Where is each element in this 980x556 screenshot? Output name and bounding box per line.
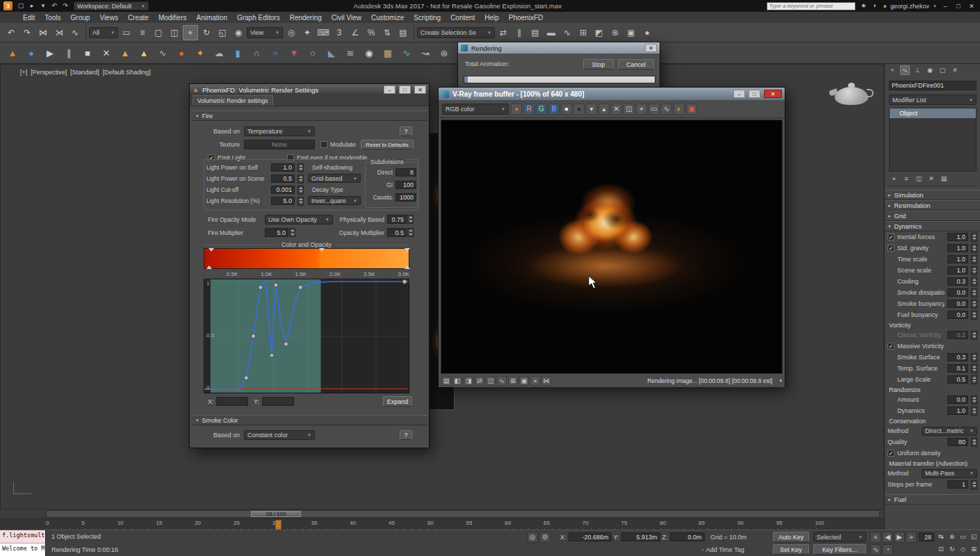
menu-item[interactable]: PhoenixFD: [504, 12, 548, 23]
object-name-field[interactable]: PhoenixFDFire001: [889, 81, 977, 90]
menu-item[interactable]: Create: [123, 12, 154, 23]
field-of-view-icon[interactable]: ◇: [958, 544, 968, 555]
parameter-spinner[interactable]: [971, 353, 977, 362]
new-scene-icon[interactable]: ▢: [16, 1, 26, 11]
selection-set-dropdown[interactable]: Selected▼: [813, 532, 866, 542]
close-button[interactable]: ✕: [967, 1, 977, 11]
smoke-color-rollout-header[interactable]: ▾ Smoke Color: [193, 415, 427, 425]
stop-button[interactable]: Stop: [583, 59, 614, 70]
search-input[interactable]: [767, 2, 856, 10]
use-pivot-center-icon[interactable]: ◎: [284, 25, 299, 40]
parameter-checkbox[interactable]: [888, 245, 895, 252]
turbulence-icon[interactable]: ∿: [398, 44, 415, 61]
curve-editor-icon[interactable]: ∿: [560, 25, 575, 40]
rendered-frame-window-icon[interactable]: ▣: [623, 25, 639, 40]
key-filters-button[interactable]: Key Filters...: [813, 544, 866, 555]
parameter-value[interactable]: 1.0: [271, 163, 295, 172]
rollout-fuel[interactable]: ▸Fuel: [885, 494, 980, 505]
hierarchy-tab-icon[interactable]: ⊥: [913, 65, 922, 75]
mist-preset-icon[interactable]: ≋: [342, 44, 359, 61]
parameter-value[interactable]: 1.0: [947, 244, 968, 252]
alpha-channel-icon[interactable]: ●: [561, 104, 572, 115]
gradient-marker[interactable]: [206, 265, 212, 269]
unlink-selection-icon[interactable]: ⋊: [51, 25, 67, 40]
percent-snap-icon[interactable]: %: [364, 25, 379, 40]
select-and-link-icon[interactable]: ⋈: [35, 25, 51, 40]
viewport-label-segment[interactable]: [+]: [20, 69, 27, 76]
decay-type-dropdown[interactable]: Inver...quare▼: [308, 196, 361, 205]
fireball-preset-icon[interactable]: ●: [173, 44, 190, 61]
viewport-label-segment[interactable]: [Standard]: [70, 69, 99, 76]
parameter-value[interactable]: 0.0: [947, 300, 968, 308]
parameter-value[interactable]: 1.0: [947, 233, 968, 241]
play-animation-icon[interactable]: ▶: [894, 532, 905, 543]
parameter-spinner[interactable]: [971, 288, 977, 297]
track-mouse-icon[interactable]: ⌖: [636, 104, 647, 115]
notifications-icon[interactable]: ◗: [870, 1, 880, 11]
select-and-move-icon[interactable]: ⌖: [183, 25, 198, 40]
material-editor-icon[interactable]: ◩: [591, 25, 607, 40]
cancel-button[interactable]: Cancel: [618, 59, 654, 70]
menu-item[interactable]: Modifiers: [154, 12, 192, 23]
display-tab-icon[interactable]: ▢: [938, 65, 947, 75]
make-unique-icon[interactable]: ◫: [914, 174, 924, 183]
window-crossing-toggle-icon[interactable]: ◫: [167, 25, 182, 40]
show-end-result-icon[interactable]: ≡: [901, 174, 911, 183]
current-frame-field[interactable]: [919, 532, 934, 541]
phoenix-minimize-button[interactable]: –: [384, 85, 395, 94]
select-by-name-icon[interactable]: ≡: [135, 25, 150, 40]
follow-path-icon[interactable]: ↝: [417, 44, 434, 61]
menu-item[interactable]: Tools: [40, 12, 65, 23]
parameter-value[interactable]: 0.0: [947, 288, 968, 297]
parameter-value[interactable]: 0.0: [947, 311, 968, 319]
fire-multiplier-spinner[interactable]: [289, 228, 295, 237]
fire-opacity-mode-dropdown[interactable]: Use Own Opacity▼: [265, 215, 333, 224]
vfb-history-icon[interactable]: ▤: [441, 376, 451, 386]
select-and-place-icon[interactable]: ◉: [231, 25, 246, 40]
parameter-value[interactable]: 100: [395, 181, 416, 189]
gradient-marker[interactable]: [405, 248, 410, 252]
menu-item[interactable]: Customize: [366, 12, 409, 23]
parameter-spinner[interactable]: [971, 331, 977, 340]
parameter-value[interactable]: 1.0: [947, 266, 968, 275]
parameter-value[interactable]: 0.0: [947, 395, 968, 404]
particle-tuner-icon[interactable]: ⊛: [436, 44, 452, 61]
phoenix-dialog-titlebar[interactable]: ▲ PhoenixFD: Volumetric Render Settings …: [190, 84, 429, 95]
parameter-spinner[interactable]: [971, 266, 977, 275]
parameter-spinner[interactable]: [971, 255, 977, 264]
tab-volumetric-render-settings[interactable]: Volumetric Render settings: [193, 95, 273, 106]
based-on-dropdown[interactable]: Temperature▼: [244, 126, 315, 136]
parameter-value[interactable]: 1.0: [947, 407, 968, 415]
region-render-icon[interactable]: ▭: [648, 104, 660, 115]
menu-item[interactable]: Rendering: [285, 12, 327, 23]
parameter-spinner[interactable]: [971, 311, 977, 320]
parameter-spinner[interactable]: [971, 244, 977, 253]
rollout-simulation[interactable]: ▸Simulation: [885, 190, 980, 200]
auto-key-button[interactable]: Auto Key: [773, 532, 809, 542]
phoenix-close-button[interactable]: ✕: [414, 85, 426, 94]
keyboard-shortcut-override-icon[interactable]: ⌨: [316, 25, 331, 40]
y-coordinate-field[interactable]: 5.913m: [621, 532, 660, 541]
render-dialog-close-button[interactable]: ✕: [645, 44, 657, 52]
maximize-viewport-icon[interactable]: ⊞: [969, 544, 979, 555]
color-correction-icon[interactable]: ◐: [673, 104, 685, 115]
menu-item[interactable]: Group: [66, 12, 95, 23]
parameter-spinner[interactable]: [297, 197, 304, 206]
vfb-maximize-button[interactable]: □: [749, 90, 760, 98]
phoenix-source-icon[interactable]: ◉: [361, 44, 377, 61]
rollout-dynamics[interactable]: ▾Dynamics: [885, 221, 980, 231]
modify-tab-icon[interactable]: ∿: [900, 65, 910, 75]
parameter-value[interactable]: 1.0: [947, 255, 968, 263]
gradient-marker[interactable]: [319, 248, 325, 252]
time-slider-track[interactable]: 28 / 100: [46, 510, 880, 518]
track-bar[interactable]: 0510152025303540455055606570758085909510…: [0, 518, 884, 530]
blue-channel-icon[interactable]: B: [548, 104, 560, 115]
parameter-value[interactable]: 0.001: [271, 186, 295, 194]
workspace-dropdown[interactable]: Workspace: Default▼: [74, 1, 149, 10]
parameter-spinner[interactable]: [971, 375, 977, 384]
go-to-end-icon[interactable]: »: [906, 532, 917, 543]
snaps-toggle-icon[interactable]: 3: [332, 25, 347, 40]
phoenix-maximize-button[interactable]: □: [399, 85, 411, 94]
grid-texture-icon[interactable]: ▦: [379, 44, 396, 61]
user-name[interactable]: georgi.zhekov: [890, 3, 929, 10]
